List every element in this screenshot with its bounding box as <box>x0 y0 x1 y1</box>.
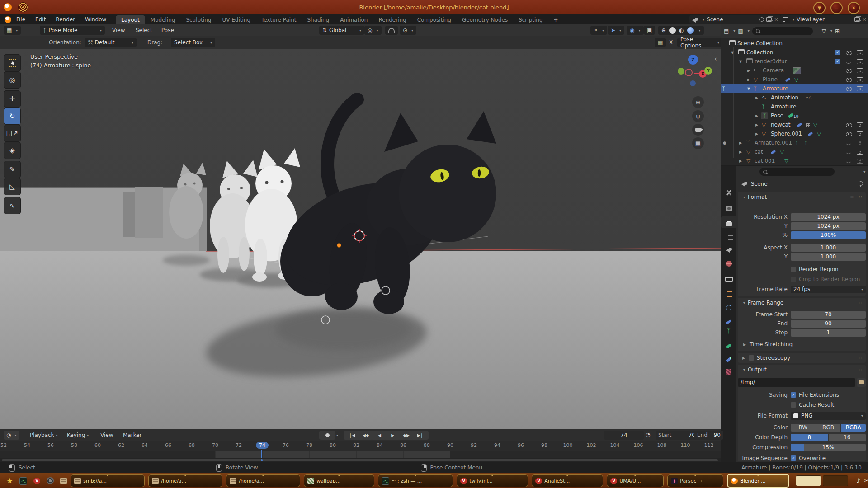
scissors-icon[interactable]: ✂ <box>864 477 868 484</box>
frame-step-field[interactable]: 1 <box>791 329 866 337</box>
depth-8-button[interactable]: 8 <box>791 434 828 441</box>
tab-layout[interactable]: Layout <box>116 15 145 24</box>
stereoscopy-panel[interactable]: ▶ Stereoscopy ∷ <box>738 353 866 363</box>
rendered-shading-icon[interactable] <box>687 27 694 34</box>
mode-dropdown[interactable]: ᛉ Pose Mode ▾ <box>40 26 105 35</box>
tab-constraints[interactable] <box>721 314 736 325</box>
transform-orientation-dropdown[interactable]: ⇅ Global ▾ <box>319 26 364 35</box>
tool-annotate[interactable]: ✎ <box>4 161 21 178</box>
window-menu-button[interactable]: ▼ <box>813 2 826 14</box>
tab-physics[interactable] <box>721 301 736 313</box>
format-panel-header[interactable]: ▾Format ≡∷ <box>738 192 866 202</box>
tab-scripting[interactable]: Scripting <box>513 15 548 24</box>
blender-menu-icon[interactable] <box>5 16 11 23</box>
outliner-search[interactable] <box>752 27 813 35</box>
menu-playback[interactable]: Playback▾ <box>30 431 58 440</box>
orientation-dropdown[interactable]: ⤱ Default ▾ <box>85 38 137 47</box>
camera-disabled-toggle[interactable] <box>857 141 863 145</box>
taskbar-window-wallpaper[interactable]: wallpap... <box>304 474 374 487</box>
properties-options-arrow[interactable]: ▾ <box>863 170 865 174</box>
eye-toggle[interactable] <box>846 123 852 127</box>
tab-texture-paint[interactable]: Texture Paint <box>256 15 302 24</box>
terminal-launcher-icon[interactable]: >_ <box>19 477 27 485</box>
cache-result-label[interactable]: Cache Result <box>799 402 834 408</box>
add-workspace-button[interactable]: + <box>548 15 564 24</box>
stopwatch-icon[interactable]: ◔ <box>646 432 650 438</box>
camera-toggle[interactable] <box>857 68 863 73</box>
taskbar-window-uma[interactable]: VUMA/U... <box>607 474 664 487</box>
tab-render[interactable] <box>721 202 736 213</box>
taskbar-window-blender[interactable]: Blender ... <box>727 474 789 488</box>
eye-closed-toggle[interactable] <box>846 160 851 163</box>
scene-selector[interactable]: ▾ Scene × <box>689 15 781 24</box>
tab-tool[interactable] <box>721 187 736 198</box>
camera-toggle[interactable] <box>857 131 863 136</box>
show-gizmo-dropdown[interactable]: ⚬▾ <box>590 26 607 35</box>
stereoscopy-checkbox[interactable] <box>749 355 754 361</box>
menu-file[interactable]: File <box>11 16 30 23</box>
files-launcher-icon[interactable] <box>60 478 67 484</box>
material-shading-icon[interactable]: ◐ <box>679 27 684 33</box>
camera-toggle[interactable] <box>857 77 863 82</box>
workspace-2-pager[interactable] <box>823 475 848 486</box>
pan-hand-button[interactable]: ψ <box>692 110 704 122</box>
overwrite-label[interactable]: Overwrite <box>799 455 826 461</box>
axis-neg-z-ball[interactable] <box>690 80 696 86</box>
outliner-row-render3dfur[interactable]: ▼ render3dfur ✓ <box>721 57 868 66</box>
eye-toggle[interactable] <box>846 51 852 55</box>
taskbar-window-twily[interactable]: Vtwily.inf... <box>457 474 528 487</box>
resolution-x-field[interactable]: 1024 px <box>791 213 866 221</box>
depth-16-button[interactable]: 16 <box>829 434 866 441</box>
tab-object-data[interactable]: ᛉ <box>721 325 736 337</box>
tool-scale[interactable]: ◱↗ <box>4 125 21 142</box>
cache-result-checkbox[interactable] <box>791 402 796 408</box>
menu-view[interactable]: View <box>112 26 125 35</box>
sidebar-collapse-arrow[interactable]: ‹ <box>714 55 717 62</box>
drag-dropdown[interactable]: Select Box ▾ <box>171 38 215 47</box>
keying-options-arrow[interactable]: ▾ <box>336 433 338 437</box>
camera-toggle[interactable] <box>857 150 863 155</box>
outliner-row-camera[interactable]: ▶ Camera <box>721 66 868 75</box>
outliner-row-newcat[interactable]: ▶ ▽ newcat ▽ <box>721 120 868 129</box>
tool-move[interactable]: ✛ <box>4 90 21 108</box>
eye-closed-toggle[interactable] <box>846 61 851 64</box>
solid-shading-icon[interactable] <box>669 27 676 34</box>
outliner-row-armature001[interactable]: ● ▶ ᛉ Armature.001 ᛉ ᛉ <box>721 138 868 147</box>
outliner-display-mode[interactable]: ▤ <box>724 28 729 34</box>
camera-view-button[interactable] <box>692 124 704 136</box>
time-stretching-header[interactable]: Time Stretching <box>750 341 793 347</box>
render-region-checkbox[interactable] <box>791 267 796 272</box>
axis-z-ball[interactable]: Z <box>688 55 698 65</box>
mirror-x-toggle[interactable]: X <box>669 38 673 47</box>
tool-transform[interactable]: ◈ <box>4 142 21 159</box>
menu-window[interactable]: Window <box>80 16 111 23</box>
file-format-dropdown[interactable]: PNG▾ <box>791 412 866 420</box>
3d-viewport[interactable]: User Perspective (74) Armature : spine ◎… <box>0 49 721 429</box>
render-region-label[interactable]: Render Region <box>799 266 839 272</box>
outliner-row-animation[interactable]: ▶ ∿ Animation ⁘◇ <box>721 93 868 102</box>
output-panel-header[interactable]: ▾Output∷ <box>738 365 866 375</box>
tab-animation[interactable]: Animation <box>335 15 373 24</box>
camera-toggle[interactable] <box>857 122 863 127</box>
box-object[interactable] <box>123 187 163 238</box>
compression-slider[interactable]: 15% <box>791 444 866 451</box>
editor-type-button[interactable]: ▦▾ <box>4 26 21 35</box>
eye-toggle[interactable] <box>846 78 852 82</box>
outliner-row-collection[interactable]: ▼ Collection ✓ <box>721 48 868 57</box>
eye-closed-toggle[interactable] <box>846 142 851 145</box>
outliner-row-sphere001[interactable]: ▶ ▽ Sphere.001 ▽ <box>721 129 868 138</box>
tab-compositing[interactable]: Compositing <box>412 15 457 24</box>
xray-toggle[interactable]: ▣ <box>644 26 655 35</box>
taskbar-window-home2[interactable]: /home/a... <box>226 474 300 487</box>
unlink-scene-icon[interactable]: × <box>774 16 778 23</box>
tab-geometry-nodes[interactable]: Geometry Nodes <box>457 15 513 24</box>
new-viewlayer-icon[interactable] <box>854 17 860 22</box>
frame-range-panel-header[interactable]: ▾Frame Range∷ <box>738 298 866 308</box>
tool-rotate[interactable]: ↻ <box>4 108 21 125</box>
browser-launcher-icon[interactable]: V <box>33 478 40 484</box>
camera-toggle[interactable] <box>857 50 863 55</box>
overlays-toggle[interactable]: ◉▾ <box>627 26 644 35</box>
resolution-y-field[interactable]: 1024 px <box>791 222 866 230</box>
axis-y-ball[interactable]: Y <box>704 67 712 75</box>
overwrite-checkbox[interactable]: ✓ <box>791 455 796 461</box>
